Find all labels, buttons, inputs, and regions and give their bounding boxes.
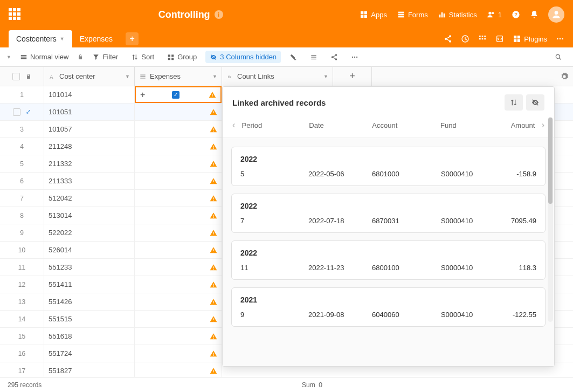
column-expenses[interactable]: Expenses▼ [135, 67, 222, 86]
tab-expenses[interactable]: Expenses [72, 30, 120, 47]
cell-cost-center[interactable]: 551411 [44, 276, 135, 293]
customize-icon[interactable] [478, 35, 487, 43]
cell-cost-center[interactable]: 551233 [44, 259, 135, 276]
bell-icon[interactable] [530, 10, 539, 19]
sort-button[interactable]: Sort [127, 51, 158, 63]
row-number[interactable]: 9 [0, 224, 44, 241]
cell-cost-center[interactable]: 513014 [44, 207, 135, 224]
cell-cost-center[interactable]: 211333 [44, 173, 135, 189]
more-icon[interactable] [556, 35, 564, 43]
plugins-link[interactable]: Plugins [513, 35, 547, 43]
view-mode-button[interactable]: Normal view [16, 51, 73, 63]
scroll-right-button[interactable]: › [535, 120, 544, 130]
hidden-columns-button[interactable]: 3 Columns hidden [205, 51, 281, 63]
scroll-thumb[interactable] [548, 118, 553, 204]
cell-expenses[interactable] [135, 121, 222, 137]
row-number[interactable]: 6 [0, 173, 44, 189]
search-button[interactable] [550, 51, 567, 63]
more-tools-button[interactable] [347, 51, 363, 63]
row-number[interactable]: 8 [0, 207, 44, 224]
expand-icon[interactable]: ⤢ [26, 108, 31, 115]
share-view-button[interactable] [326, 51, 342, 63]
cell-expenses[interactable] [135, 104, 222, 120]
cell-expenses[interactable] [135, 155, 222, 172]
select-all-header[interactable] [0, 67, 44, 86]
row-number[interactable]: ⤢ [0, 104, 44, 120]
add-tab-button[interactable]: + [126, 32, 139, 45]
record-card[interactable]: 202192021-09-086040060S0000410-122.55 [231, 287, 546, 327]
row-number[interactable]: 4 [0, 138, 44, 155]
sort-panel-button[interactable] [505, 94, 523, 111]
cell-expenses[interactable] [135, 293, 222, 310]
checkbox[interactable] [12, 73, 20, 80]
history-icon[interactable] [461, 35, 470, 43]
row-height-button[interactable] [306, 51, 322, 63]
row-number[interactable]: 10 [0, 242, 44, 258]
users-count[interactable]: 1 [487, 10, 502, 19]
panel-body[interactable]: 202252022-05-066801000S0000410-158.92022… [223, 138, 554, 366]
row-number[interactable]: 12 [0, 276, 44, 293]
row-number[interactable]: 11 [0, 259, 44, 276]
row-number[interactable]: 3 [0, 121, 44, 137]
cell-expenses[interactable] [135, 190, 222, 207]
cell-expenses[interactable] [135, 242, 222, 258]
active-cell[interactable]: +✓ [135, 86, 222, 103]
gear-icon[interactable] [560, 72, 569, 81]
row-number[interactable]: 13 [0, 293, 44, 310]
statistics-link[interactable]: Statistics [438, 10, 477, 19]
cell-cost-center[interactable]: 101057 [44, 121, 135, 137]
cell-expenses[interactable] [135, 224, 222, 241]
cell-expenses[interactable] [135, 328, 222, 345]
record-card[interactable]: 2022112022-11-236800100S0000410118.3 [231, 240, 546, 280]
forms-link[interactable]: Forms [397, 10, 428, 19]
cell-cost-center[interactable]: 512042 [44, 190, 135, 207]
filter-button[interactable]: Filter [88, 51, 122, 63]
cell-cost-center[interactable]: 551515 [44, 311, 135, 327]
row-number[interactable]: 15 [0, 328, 44, 345]
cell-expenses[interactable] [135, 173, 222, 189]
chevron-down-icon[interactable]: ▼ [6, 54, 11, 60]
group-button[interactable]: Group [163, 51, 201, 63]
hide-panel-button[interactable] [526, 94, 544, 111]
cell-expenses[interactable]: +✓ [135, 86, 222, 103]
cell-cost-center[interactable]: 211332 [44, 155, 135, 172]
row-number[interactable]: 14 [0, 311, 44, 327]
api-icon[interactable] [495, 35, 504, 43]
share-icon[interactable] [444, 35, 452, 43]
cell-expenses[interactable] [135, 345, 222, 362]
cell-cost-center[interactable]: 101051 [44, 104, 135, 120]
column-count-links[interactable]: fxCount Links▼ [222, 67, 333, 86]
cell-expenses[interactable] [135, 276, 222, 293]
scroll-left-button[interactable]: ‹ [232, 120, 242, 130]
cell-cost-center[interactable]: 551426 [44, 293, 135, 310]
tab-costcenters[interactable]: Costcenters▼ [9, 30, 72, 47]
row-number[interactable]: 1 [0, 86, 44, 103]
chevron-down-icon[interactable]: ▼ [60, 36, 65, 42]
record-card[interactable]: 202252022-05-066801000S0000410-158.9 [231, 147, 546, 186]
add-column-button[interactable]: + [333, 67, 372, 86]
cell-cost-center[interactable]: 101014 [44, 86, 135, 103]
cell-cost-center[interactable]: 551724 [44, 345, 135, 362]
scrollbar[interactable] [548, 117, 553, 322]
lock-icon[interactable] [77, 54, 84, 60]
row-number[interactable]: 7 [0, 190, 44, 207]
record-card[interactable]: 202272022-07-186870031S00004107095.49 [231, 194, 546, 233]
cell-cost-center[interactable]: 522022 [44, 224, 135, 241]
info-icon[interactable]: i [215, 10, 223, 19]
column-cost-center[interactable]: ACost center▼ [44, 67, 135, 86]
format-button[interactable] [285, 51, 301, 63]
apps-link[interactable]: Apps [360, 10, 387, 19]
cell-expenses[interactable] [135, 207, 222, 224]
cell-cost-center[interactable]: 211248 [44, 138, 135, 155]
row-number[interactable]: 16 [0, 345, 44, 362]
cell-expenses[interactable] [135, 138, 222, 155]
avatar[interactable] [548, 6, 564, 23]
cell-expenses[interactable] [135, 259, 222, 276]
cell-cost-center[interactable]: 526014 [44, 242, 135, 258]
row-number[interactable]: 5 [0, 155, 44, 172]
cell-cost-center[interactable]: 551618 [44, 328, 135, 345]
cell-expenses[interactable] [135, 311, 222, 327]
plus-icon[interactable]: + [140, 90, 145, 100]
apps-grid-icon[interactable] [9, 8, 22, 21]
checkbox[interactable] [13, 108, 20, 116]
